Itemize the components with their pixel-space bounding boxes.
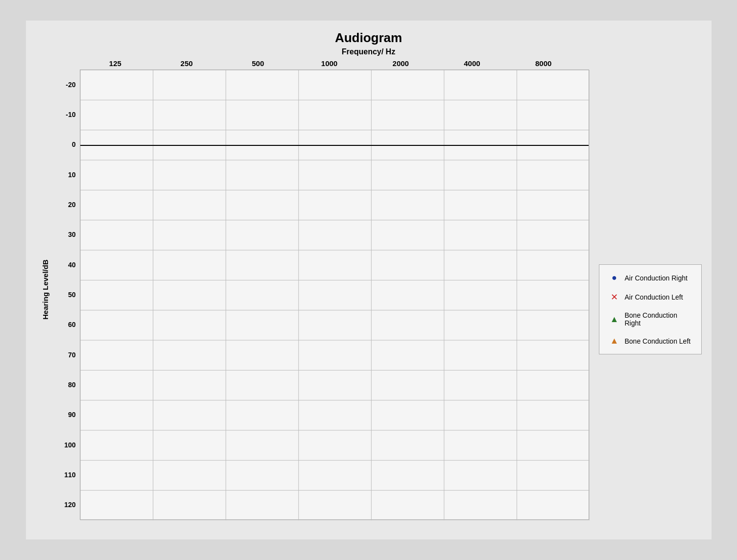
legend-symbol: ▲ bbox=[609, 314, 620, 325]
legend-container: ●Air Conduction Right✕Air Conduction Lef… bbox=[589, 70, 702, 520]
x-axis-label: 500 bbox=[222, 59, 294, 68]
y-axis-label: 40 bbox=[55, 250, 80, 280]
chart-body: Hearing Level/dB 12525050010002000400080… bbox=[36, 59, 702, 520]
x-axis-label: 4000 bbox=[436, 59, 508, 68]
legend-symbol: ✕ bbox=[609, 292, 620, 303]
y-axis-label: 60 bbox=[55, 310, 80, 340]
legend-label: Bone Conduction Right bbox=[625, 311, 691, 327]
legend-item: ▲Bone Conduction Right bbox=[609, 311, 691, 327]
x-axis-title: Frequency/ Hz bbox=[342, 47, 395, 56]
x-axis-label: 125 bbox=[80, 59, 151, 68]
y-axis-label: 80 bbox=[55, 370, 80, 399]
zero-line bbox=[80, 145, 589, 146]
grid-area bbox=[80, 70, 589, 520]
legend-box: ●Air Conduction Right✕Air Conduction Lef… bbox=[599, 264, 702, 354]
y-axis-label: 50 bbox=[55, 280, 80, 309]
x-axis-label: 250 bbox=[151, 59, 222, 68]
legend-symbol: ▲ bbox=[609, 336, 620, 346]
y-axis-numbers: -20-100102030405060708090100110120 bbox=[55, 70, 80, 520]
x-axis-labels: 1252505001000200040008000 bbox=[80, 59, 579, 68]
y-axis-label: 120 bbox=[55, 490, 80, 520]
chart-and-legend: -20-100102030405060708090100110120 ●Air … bbox=[55, 70, 702, 520]
legend-label: Air Conduction Left bbox=[625, 293, 683, 301]
y-axis-label: -20 bbox=[55, 70, 80, 99]
legend-symbol: ● bbox=[609, 273, 620, 283]
y-axis-label-container: Hearing Level/dB bbox=[36, 59, 55, 520]
y-axis-label: 10 bbox=[55, 160, 80, 189]
chart-title: Audiogram bbox=[335, 30, 402, 46]
legend-label: Bone Conduction Left bbox=[625, 337, 691, 345]
y-axis-label: 0 bbox=[55, 130, 80, 160]
y-axis-label: 110 bbox=[55, 460, 80, 490]
y-axis-label: 30 bbox=[55, 220, 80, 250]
legend-label: Air Conduction Right bbox=[625, 274, 688, 282]
legend-item: ✕Air Conduction Left bbox=[609, 292, 691, 303]
vertical-grid bbox=[80, 70, 590, 520]
x-axis-label: 2000 bbox=[365, 59, 436, 68]
y-axis-label: -10 bbox=[55, 99, 80, 129]
y-axis-label: 20 bbox=[55, 189, 80, 219]
legend-item: ▲Bone Conduction Left bbox=[609, 336, 691, 346]
x-axis-label: 8000 bbox=[508, 59, 579, 68]
legend-item: ●Air Conduction Right bbox=[609, 273, 691, 283]
y-axis-label: 70 bbox=[55, 340, 80, 370]
y-axis-label: 90 bbox=[55, 400, 80, 430]
x-axis-label: 1000 bbox=[294, 59, 365, 68]
audiogram-container: Audiogram Frequency/ Hz Hearing Level/dB… bbox=[26, 21, 712, 539]
y-axis-label: 100 bbox=[55, 430, 80, 460]
chart-content: 1252505001000200040008000 -20-1001020304… bbox=[55, 59, 702, 520]
y-axis-title: Hearing Level/dB bbox=[41, 259, 49, 320]
